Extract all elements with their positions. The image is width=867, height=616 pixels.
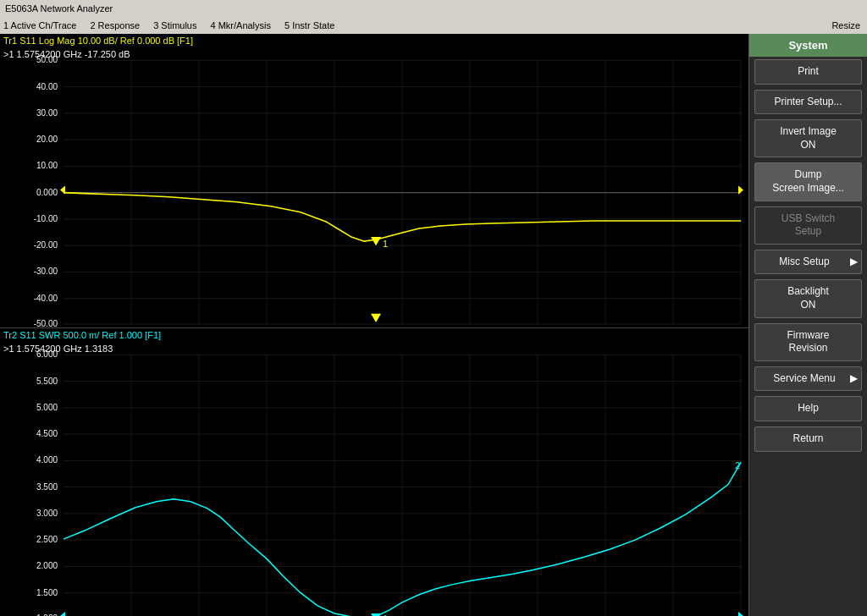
svg-text:1.500: 1.500 (36, 588, 58, 597)
svg-text:30.00: 30.00 (36, 108, 58, 118)
svg-text:-30.00: -30.00 (34, 267, 58, 276)
chart-top: Tr1 S11 Log Mag 10.00 dB/ Ref 0.000 dB [… (0, 34, 748, 328)
svg-text:1: 1 (383, 239, 388, 249)
svg-text:-50.00: -50.00 (34, 319, 58, 327)
chart-bottom-marker: >1 1.5754200 GHz 1.3183 (3, 344, 113, 354)
svg-rect-38 (0, 328, 748, 616)
menu-item-instr-state[interactable]: 5 Instr State (284, 20, 334, 30)
main-layout: Tr1 S11 Log Mag 10.00 dB/ Ref 0.000 dB [… (0, 34, 867, 616)
svg-text:5.000: 5.000 (36, 403, 58, 412)
help-button[interactable]: Help (754, 396, 862, 421)
menu-item-stimulus[interactable]: 3 Stimulus (153, 20, 196, 30)
svg-text:4.500: 4.500 (36, 429, 58, 438)
svg-text:10.00: 10.00 (36, 161, 58, 170)
misc-setup-arrow: ▶ (850, 256, 858, 269)
chart-bottom: Tr2 S11 SWR 500.0 m/ Ref 1.000 [F1] >1 1… (0, 328, 748, 616)
dump-screen-button[interactable]: DumpScreen Image... (754, 162, 862, 201)
printer-setup-button[interactable]: Printer Setup... (754, 90, 862, 115)
right-panel: System Print Printer Setup... Invert Ima… (748, 34, 867, 616)
chart-top-svg: 50.00 40.00 30.00 20.00 10.00 0.000 -10.… (0, 34, 748, 327)
chart-bottom-header: Tr2 S11 SWR 500.0 m/ Ref 1.000 [F1] (3, 330, 161, 340)
menu-bar: 1 Active Ch/Trace 2 Response 3 Stimulus … (0, 17, 867, 34)
chart-bottom-svg: 6.000 5.500 5.000 4.500 4.000 3.500 3.00… (0, 328, 748, 616)
invert-image-button[interactable]: Invert ImageON (754, 119, 862, 157)
svg-text:4.000: 4.000 (36, 455, 58, 465)
backlight-button[interactable]: BacklightON (754, 279, 862, 317)
chart-area: Tr1 S11 Log Mag 10.00 dB/ Ref 0.000 dB [… (0, 34, 748, 616)
svg-text:40.00: 40.00 (36, 82, 58, 91)
app-title: E5063A Network Analyzer (5, 3, 113, 14)
svg-text:3.500: 3.500 (36, 482, 58, 492)
service-menu-arrow: ▶ (850, 372, 858, 386)
svg-text:2: 2 (735, 460, 740, 470)
firmware-revision-button[interactable]: FirmwareRevision (754, 323, 862, 361)
chart-top-marker: >1 1.5754200 GHz -17.250 dB (3, 49, 130, 59)
service-menu-label: Service Menu (773, 372, 835, 384)
svg-text:20.00: 20.00 (36, 135, 58, 144)
usb-switch-setup-button: USB SwitchSetup (754, 206, 862, 245)
menu-item-active-ch[interactable]: 1 Active Ch/Trace (3, 20, 76, 30)
print-button[interactable]: Print (754, 59, 862, 85)
menu-item-response[interactable]: 2 Response (90, 20, 140, 30)
svg-text:5.500: 5.500 (36, 377, 58, 386)
svg-text:-20.00: -20.00 (34, 240, 58, 250)
return-button[interactable]: Return (754, 426, 862, 452)
panel-title: System (749, 34, 867, 57)
svg-text:0.000: 0.000 (36, 188, 58, 197)
chart-top-header: Tr1 S11 Log Mag 10.00 dB/ Ref 0.000 dB [… (3, 36, 193, 46)
misc-setup-button[interactable]: Misc Setup ▶ (754, 250, 862, 275)
svg-text:-10.00: -10.00 (34, 214, 58, 223)
svg-text:2.000: 2.000 (36, 561, 58, 570)
svg-text:-40.00: -40.00 (34, 294, 58, 303)
misc-setup-label: Misc Setup (779, 256, 829, 267)
title-bar: E5063A Network Analyzer (0, 0, 867, 17)
service-menu-button[interactable]: Service Menu ▶ (754, 366, 862, 392)
svg-text:3.000: 3.000 (36, 509, 58, 518)
svg-rect-0 (0, 34, 748, 327)
svg-text:2.500: 2.500 (36, 535, 58, 544)
menu-item-mkr[interactable]: 4 Mkr/Analysis (210, 20, 271, 30)
resize-button[interactable]: Resize (828, 20, 864, 30)
